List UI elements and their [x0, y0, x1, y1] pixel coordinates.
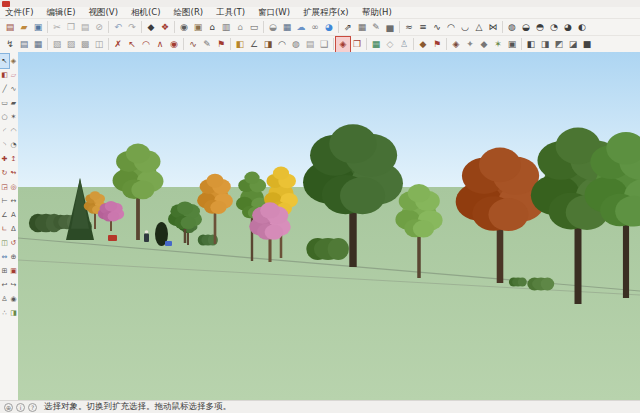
- eraser-tool[interactable]: ▱: [9, 68, 18, 82]
- bush-right-1[interactable]: [509, 277, 527, 286]
- arch-tool-button[interactable]: ◠: [275, 37, 289, 52]
- zoom-tool[interactable]: ⊕: [9, 250, 18, 264]
- plugin-arc-button[interactable]: ◠: [139, 37, 153, 52]
- send-to-layout-button[interactable]: ⇗: [341, 20, 355, 35]
- redo-button[interactable]: ↷: [125, 20, 139, 35]
- solid-outer-shell-button[interactable]: ◍: [505, 20, 519, 35]
- geolocation-icon[interactable]: ⊕: [4, 403, 13, 412]
- plugin-curve-eye-button[interactable]: ◉: [167, 37, 181, 52]
- rotate-tool[interactable]: ↻: [0, 166, 9, 180]
- axes-tool[interactable]: ∟: [0, 222, 9, 236]
- bezier-curve-button[interactable]: ∿: [186, 37, 200, 52]
- solid-box-c-button[interactable]: ◩: [552, 37, 566, 52]
- menu-camera[interactable]: 相机(C): [131, 7, 161, 18]
- sandbox-add-detail-button[interactable]: △: [472, 20, 486, 35]
- entity-info-button[interactable]: ◆: [144, 20, 158, 35]
- sandbox-stamp-button[interactable]: ◠: [444, 20, 458, 35]
- move-tool[interactable]: ✚: [0, 152, 9, 166]
- render-plugin-button[interactable]: ◈: [336, 37, 350, 52]
- tray-button[interactable]: ▭: [247, 20, 261, 35]
- paste-button[interactable]: ▤: [78, 20, 92, 35]
- save-file-button[interactable]: ▣: [31, 20, 45, 35]
- previous-view-tool[interactable]: ↩: [0, 278, 9, 292]
- zoom-extents-tool[interactable]: ▣: [9, 264, 18, 278]
- tape-measure-tool[interactable]: ⊢: [0, 194, 9, 208]
- fog-button[interactable]: ▩: [78, 37, 92, 52]
- extension-store-button[interactable]: ❖: [158, 20, 172, 35]
- menu-tools[interactable]: 工具(T): [216, 7, 245, 18]
- marker-pen-button[interactable]: ✎: [200, 37, 214, 52]
- person-figure[interactable]: [144, 230, 149, 242]
- walk-tool[interactable]: ∴: [0, 306, 9, 320]
- follow-me-tool[interactable]: ↬: [9, 166, 18, 180]
- line-tool[interactable]: ╱: [0, 82, 9, 96]
- menu-edit[interactable]: 编辑(E): [47, 7, 76, 18]
- plant-asset-button[interactable]: ✶: [491, 37, 505, 52]
- dove-icon-button[interactable]: ◇: [383, 37, 397, 52]
- 3d-text-tool[interactable]: Δ: [9, 222, 18, 236]
- pan-tool[interactable]: ⇔: [0, 250, 9, 264]
- soften-edges-button[interactable]: ▧: [50, 37, 64, 52]
- credit-icon[interactable]: i: [16, 403, 25, 412]
- dc-options-button[interactable]: ▤: [17, 37, 31, 52]
- gem-texture-button[interactable]: ◈: [449, 37, 463, 52]
- wood-material-button[interactable]: ◨: [261, 37, 275, 52]
- solid-intersect-button[interactable]: ◒: [519, 20, 533, 35]
- shadows-button[interactable]: ▨: [64, 37, 78, 52]
- paint-bucket-tool[interactable]: ◧: [0, 68, 9, 82]
- erase-button[interactable]: ⊘: [92, 20, 106, 35]
- text-tool[interactable]: A: [9, 208, 18, 222]
- bush-center[interactable]: [306, 238, 349, 260]
- look-around-tool[interactable]: ◉: [9, 292, 18, 306]
- plugin-pick-arrow-button[interactable]: ↖: [125, 37, 139, 52]
- dc-interact-button[interactable]: ↯: [3, 37, 17, 52]
- section-display-tool[interactable]: ◨: [9, 306, 18, 320]
- solid-split-button[interactable]: ◐: [575, 20, 589, 35]
- image-share-button[interactable]: ▦: [280, 20, 294, 35]
- menu-file[interactable]: 文件(F): [5, 7, 34, 18]
- match-photo-button[interactable]: ◫: [92, 37, 106, 52]
- trimble-connect-button[interactable]: ◕: [322, 20, 336, 35]
- two-point-arc-tool[interactable]: ◠: [9, 124, 18, 138]
- photo-plugin-button[interactable]: ❐: [350, 37, 364, 52]
- arc-tool[interactable]: ◜: [0, 124, 9, 138]
- menu-draw[interactable]: 绘图(R): [174, 7, 204, 18]
- component-eye-button[interactable]: ◉: [177, 20, 191, 35]
- cut-button[interactable]: ✂: [50, 20, 64, 35]
- push-pull-tool[interactable]: ↥: [9, 152, 18, 166]
- open-file-button[interactable]: ▰: [17, 20, 31, 35]
- next-view-tool[interactable]: ↪: [9, 278, 18, 292]
- menu-help[interactable]: 帮助(H): [362, 7, 392, 18]
- help-icon[interactable]: ?: [28, 403, 37, 412]
- person-scale-button[interactable]: ♙: [397, 37, 411, 52]
- balloon-button[interactable]: ◒: [266, 20, 280, 35]
- select-tool[interactable]: ↖: [0, 54, 9, 68]
- polygon-tool[interactable]: ✶: [9, 110, 18, 124]
- undo-button[interactable]: ↶: [111, 20, 125, 35]
- new-file-button[interactable]: ▤: [3, 20, 17, 35]
- upload-cloud-button[interactable]: ☁: [294, 20, 308, 35]
- solid-box-b-button[interactable]: ◨: [538, 37, 552, 52]
- offset-tool[interactable]: ◎: [9, 180, 18, 194]
- chart-bars-button[interactable]: ▅: [383, 20, 397, 35]
- solid-box-a-button[interactable]: ◧: [524, 37, 538, 52]
- solid-subtract-button[interactable]: ◔: [547, 20, 561, 35]
- spray-texture-button[interactable]: ✦: [463, 37, 477, 52]
- flag-tool-button[interactable]: ⚑: [214, 37, 228, 52]
- zoom-window-tool[interactable]: ⊞: [0, 264, 9, 278]
- home-solid-button[interactable]: ⌂: [205, 20, 219, 35]
- viewport-canvas[interactable]: [18, 52, 640, 400]
- stone-texture-button[interactable]: ◆: [477, 37, 491, 52]
- menu-view[interactable]: 视图(V): [89, 7, 118, 18]
- pie-tool[interactable]: ◔: [9, 138, 18, 152]
- make-component-tool[interactable]: ◈: [9, 54, 18, 68]
- bush-right-2[interactable]: [527, 278, 554, 291]
- note-tool-button[interactable]: ❑: [317, 37, 331, 52]
- solid-box-e-button[interactable]: ■: [580, 37, 594, 52]
- link-button[interactable]: ∞: [308, 20, 322, 35]
- scale-tool[interactable]: ◲: [0, 180, 9, 194]
- plugin-peak-button[interactable]: ∧: [153, 37, 167, 52]
- sandbox-from-contours-button[interactable]: ≈: [402, 20, 416, 35]
- crate-asset-button[interactable]: ▣: [505, 37, 519, 52]
- menu-extensions[interactable]: 扩展程序(x): [303, 7, 349, 18]
